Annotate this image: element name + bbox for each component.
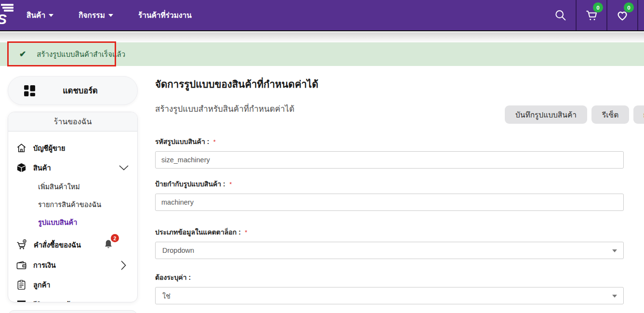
sidebar-item-seller-account[interactable]: บัญชีผู้ขาย: [15, 138, 130, 158]
selected-value: ใช่: [162, 290, 171, 301]
select-caret-icon: [612, 295, 617, 298]
attribute-label-input[interactable]: [155, 194, 624, 211]
select-caret-icon: [612, 249, 617, 252]
reset-button[interactable]: รีเซ็ต: [591, 105, 629, 124]
page-subtitle: สร้างรูปแบบสำหรับสินค้าที่กำหนดค่าได้: [155, 102, 294, 115]
nav-menu: สินค้า กิจกรรม ร้านค้าที่ร่วมงาน: [0, 0, 546, 30]
nav-item-activities[interactable]: กิจกรรม: [79, 9, 113, 21]
sidebar-item-label: บัญชีผู้ขาย: [33, 143, 65, 154]
catalog-input-type-select[interactable]: Dropdown: [155, 242, 624, 259]
page: S สินค้า กิจกรรม ร้านค้าที่ร่วมงาน: [0, 0, 644, 313]
sidebar-item-my-orders[interactable]: คำสั่งซื้อของฉัน 2: [15, 234, 130, 255]
logo-letter: S: [0, 13, 13, 26]
notification-bell[interactable]: 2: [103, 238, 115, 251]
top-navbar: S สินค้า กิจกรรม ร้านค้าที่ร่วมงาน: [0, 0, 644, 31]
chevron-down-icon: [49, 14, 53, 17]
field-label: รหัสรูปแบบสินค้า :: [155, 138, 209, 145]
store-logo[interactable]: S: [0, 3, 13, 30]
nav-item-partner-stores[interactable]: ร้านค้าที่ร่วมงาน: [138, 9, 192, 21]
nav-right-icons: 0 0: [546, 0, 644, 30]
field-catalog-input-type: ประเภทข้อมูลในแคตตาล็อก : * Dropdown: [155, 227, 624, 259]
sidebar-item-dashboard[interactable]: แดชบอร์ด: [8, 76, 138, 105]
cart-button[interactable]: 0: [577, 0, 606, 30]
sidebar-item-label: การเงิน: [33, 260, 56, 271]
next-panel-partial: [8, 310, 138, 313]
wishlist-button[interactable]: 0: [607, 0, 637, 30]
sidebar-item-customers[interactable]: ลูกค้า: [15, 275, 130, 295]
required-asterisk: *: [213, 138, 216, 145]
sidebar-subitem-add-new-product[interactable]: เพิ่มสินค้าใหม่: [15, 178, 130, 196]
field-label: ต้องระบุค่า :: [155, 274, 191, 281]
main-content: จัดการรูปแบบของสินค้าที่กำหนดค่าได้ สร้า…: [155, 72, 644, 313]
field-label: ประเภทข้อมูลในแคตตาล็อก :: [155, 228, 241, 236]
back-button-partial[interactable]: ย้: [633, 105, 644, 124]
logo-bar: [2, 7, 13, 9]
clipboard-icon: [16, 279, 27, 290]
sidebar-item-label: สินค้า: [33, 162, 51, 173]
field-attribute-label: ป้ายกำกับรูปแบบสินค้า : *: [155, 179, 624, 211]
nav-end-pad: [638, 0, 644, 30]
home-icon: [16, 143, 27, 154]
success-message: สร้างรูปแบบสินค้าสำเร็จแล้ว: [37, 49, 125, 60]
nav-item-label: กิจกรรม: [79, 9, 105, 21]
search-icon: [554, 9, 567, 22]
attribute-code-input[interactable]: [155, 151, 624, 169]
chevron-down-icon[interactable]: [119, 165, 129, 170]
required-asterisk: *: [245, 229, 247, 236]
chevron-down-icon: [108, 14, 113, 17]
dashboard-label: แดชบอร์ด: [36, 84, 125, 97]
selected-value: Dropdown: [162, 247, 194, 254]
sidebar-item-products[interactable]: สินค้า: [15, 158, 130, 178]
sidebar-menu: บัญชีผู้ขาย สินค้า เพิ่มสินค้าใหม่ รายกา…: [8, 131, 137, 302]
field-label: ป้ายกำกับรูปแบบสินค้า :: [155, 180, 225, 188]
field-attribute-code: รหัสรูปแบบสินค้า : *: [155, 136, 624, 169]
nav-item-label: สินค้า: [26, 9, 45, 21]
page-title: จัดการรูปแบบของสินค้าที่กำหนดค่าได้: [155, 76, 644, 92]
review-icon: [16, 299, 27, 302]
dashboard-grid-icon: [24, 85, 36, 97]
sidebar-item-label: ลูกค้า: [33, 279, 51, 290]
sidebar-subitem-product-attributes-active[interactable]: รูปแบบสินค้า: [15, 213, 130, 231]
logo-bar: [1, 4, 13, 6]
sidebar-item-label: คำสั่งซื้อของฉัน: [34, 239, 81, 250]
success-banner: ✔ สร้างรูปแบบสินค้าสำเร็จแล้ว: [0, 42, 644, 66]
chevron-right-icon[interactable]: [121, 261, 126, 270]
wishlist-count-badge: 0: [624, 2, 634, 13]
sidebar-item-label: รีวิวจากลูกค้า: [33, 299, 74, 302]
package-icon: [16, 162, 27, 173]
wallet-icon: [16, 260, 27, 271]
action-buttons: บันทึกรูปแบบสินค้า รีเซ็ต ย้: [505, 105, 644, 124]
nav-item-label: ร้านค้าที่ร่วมงาน: [138, 9, 192, 21]
sidebar-item-customer-reviews[interactable]: รีวิวจากลูกค้า: [15, 295, 130, 302]
notification-count-badge: 2: [111, 234, 119, 242]
navbar-shadow: [0, 32, 644, 42]
required-asterisk: *: [229, 181, 232, 188]
nav-item-products[interactable]: สินค้า: [26, 9, 53, 21]
check-icon: ✔: [19, 49, 26, 59]
save-attribute-button[interactable]: บันทึกรูปแบบสินค้า: [505, 105, 587, 124]
cart-count-badge: 0: [593, 2, 603, 13]
field-values-required: ต้องระบุค่า : ใช่: [155, 272, 624, 304]
my-store-panel: ร้านของฉัน บัญชีผู้ขาย สินค้า: [8, 112, 138, 302]
sidebar-item-finance[interactable]: การเงิน: [15, 255, 130, 275]
cart-plus-icon: [16, 239, 27, 250]
sidebar-subitem-my-product-list[interactable]: รายการสินค้าของฉัน: [15, 196, 130, 213]
search-button[interactable]: [546, 0, 576, 30]
my-store-header: ร้านของฉัน: [8, 112, 137, 131]
values-required-select[interactable]: ใช่: [155, 287, 624, 304]
